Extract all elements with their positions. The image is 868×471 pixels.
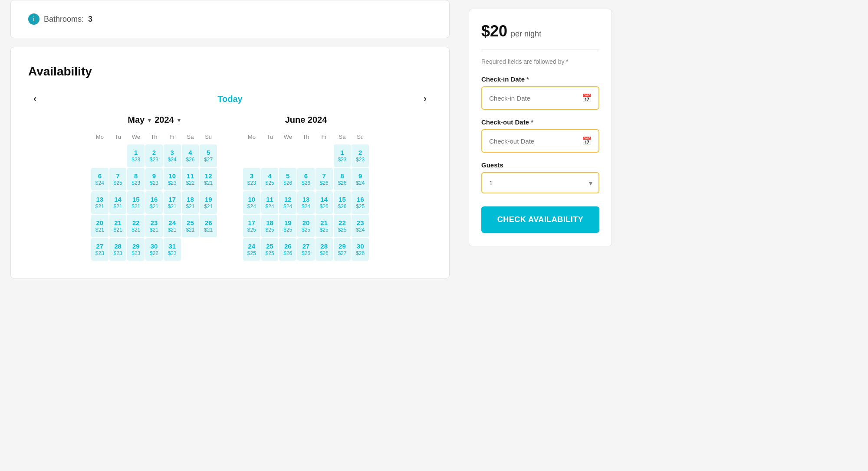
day-cell[interactable]: 22$21	[127, 215, 145, 237]
day-cell[interactable]: 17$21	[164, 191, 181, 214]
day-price: $21	[132, 227, 140, 233]
day-number: 29	[339, 242, 346, 250]
day-number: 6	[304, 172, 308, 180]
day-cell[interactable]: 7$25	[109, 168, 127, 190]
day-cell[interactable]: 10$24	[243, 191, 260, 214]
day-cell[interactable]: 30$22	[145, 238, 163, 261]
day-cell[interactable]: 26$21	[200, 215, 217, 237]
day-price: $25	[247, 227, 256, 233]
day-cell[interactable]: 1$23	[334, 144, 351, 167]
may-year-dropdown[interactable]: ▾	[178, 117, 181, 124]
day-cell[interactable]: 22$25	[334, 215, 351, 237]
day-cell[interactable]: 26$26	[279, 238, 296, 261]
day-number: 20	[302, 219, 310, 227]
day-cell[interactable]: 16$25	[352, 191, 369, 214]
day-number: 12	[205, 172, 212, 180]
day-cell[interactable]: 14$21	[109, 191, 127, 214]
day-cell[interactable]: 25$25	[261, 238, 279, 261]
checkin-input-wrapper[interactable]: 📅	[481, 86, 599, 110]
day-cell[interactable]: 1$23	[127, 144, 145, 167]
day-price: $21	[186, 227, 194, 233]
day-cell[interactable]: 31$23	[164, 238, 181, 261]
day-cell[interactable]: 6$26	[297, 168, 315, 190]
day-price: $26	[356, 250, 365, 256]
day-cell[interactable]: 18$21	[182, 191, 199, 214]
checkin-input[interactable]	[489, 95, 582, 102]
checkin-label: Check-in Date *	[481, 75, 599, 83]
day-price: $24	[356, 180, 365, 186]
day-price: $23	[247, 180, 256, 186]
checkout-input-wrapper[interactable]: 📅	[481, 129, 599, 153]
may-month-dropdown[interactable]: ▾	[148, 117, 151, 124]
day-header-we: We	[279, 132, 296, 144]
day-cell[interactable]: 8$23	[127, 168, 145, 190]
day-cell[interactable]: 12$24	[279, 191, 296, 214]
day-cell[interactable]: 17$25	[243, 215, 260, 237]
day-price: $27	[204, 157, 213, 163]
day-cell[interactable]: 10$23	[164, 168, 181, 190]
day-cell[interactable]: 13$24	[297, 191, 315, 214]
day-cell[interactable]: 9$24	[352, 168, 369, 190]
day-number: 11	[266, 196, 273, 203]
prev-month-button[interactable]: ‹	[28, 92, 42, 106]
day-cell[interactable]: 15$26	[334, 191, 351, 214]
day-number: 17	[168, 196, 176, 203]
next-month-button[interactable]: ›	[418, 92, 432, 106]
day-number: 6	[98, 172, 102, 180]
day-cell[interactable]: 29$23	[127, 238, 145, 261]
day-cell[interactable]: 27$26	[297, 238, 315, 261]
day-cell[interactable]: 2$23	[145, 144, 163, 167]
day-cell[interactable]: 25$21	[182, 215, 199, 237]
day-cell[interactable]: 24$25	[243, 238, 260, 261]
checkout-input[interactable]	[489, 137, 582, 145]
day-cell[interactable]: 15$21	[127, 191, 145, 214]
day-header-tu: Tu	[261, 132, 279, 144]
day-cell[interactable]: 21$21	[109, 215, 127, 237]
day-cell[interactable]: 11$24	[261, 191, 279, 214]
day-cell[interactable]: 16$21	[145, 191, 163, 214]
day-price: $21	[204, 180, 213, 186]
check-availability-button[interactable]: Check Availability	[481, 206, 599, 233]
day-number: 4	[268, 172, 271, 180]
day-cell[interactable]: 21$25	[316, 215, 333, 237]
day-number: 10	[248, 196, 256, 203]
day-cell[interactable]: 19$25	[279, 215, 296, 237]
day-cell[interactable]: 2$23	[352, 144, 369, 167]
today-button[interactable]: Today	[217, 94, 242, 104]
day-cell	[316, 144, 333, 167]
day-cell[interactable]: 6$24	[91, 168, 108, 190]
day-cell[interactable]: 4$26	[182, 144, 199, 167]
day-cell[interactable]: 20$21	[91, 215, 108, 237]
checkout-label: Check-out Date *	[481, 118, 599, 126]
day-number: 26	[284, 242, 292, 250]
day-cell[interactable]: 9$23	[145, 168, 163, 190]
day-cell[interactable]: 28$23	[109, 238, 127, 261]
day-cell[interactable]: 7$26	[316, 168, 333, 190]
day-cell[interactable]: 23$24	[352, 215, 369, 237]
day-number: 4	[188, 149, 192, 157]
day-cell[interactable]: 13$21	[91, 191, 108, 214]
guests-select[interactable]: 1 2 3 4 5 6	[481, 172, 599, 193]
day-cell[interactable]: 19$21	[200, 191, 217, 214]
day-cell[interactable]: 3$23	[243, 168, 260, 190]
day-cell[interactable]: 11$22	[182, 168, 199, 190]
day-cell[interactable]: 5$26	[279, 168, 296, 190]
day-cell[interactable]: 27$23	[91, 238, 108, 261]
day-cell[interactable]: 28$26	[316, 238, 333, 261]
day-number: 19	[284, 219, 292, 227]
day-cell[interactable]: 12$21	[200, 168, 217, 190]
day-number: 5	[207, 149, 210, 157]
day-cell[interactable]: 23$21	[145, 215, 163, 237]
day-number: 26	[205, 219, 212, 227]
day-cell[interactable]: 24$21	[164, 215, 181, 237]
day-cell[interactable]: 4$25	[261, 168, 279, 190]
day-cell[interactable]: 18$25	[261, 215, 279, 237]
day-number: 27	[96, 242, 104, 250]
day-cell[interactable]: 5$27	[200, 144, 217, 167]
day-cell[interactable]: 20$25	[297, 215, 315, 237]
day-cell[interactable]: 30$26	[352, 238, 369, 261]
day-cell[interactable]: 14$26	[316, 191, 333, 214]
day-cell[interactable]: 8$26	[334, 168, 351, 190]
day-cell[interactable]: 29$27	[334, 238, 351, 261]
day-cell[interactable]: 3$24	[164, 144, 181, 167]
